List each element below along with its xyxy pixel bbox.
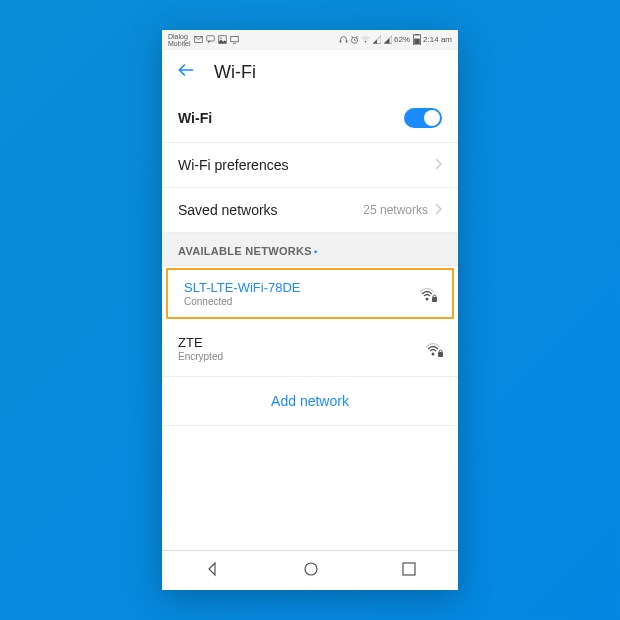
clock-time: 2:14 am <box>423 35 452 44</box>
svg-point-3 <box>220 37 222 39</box>
chevron-right-icon <box>434 202 442 218</box>
svg-point-13 <box>365 41 367 43</box>
carrier-label: Dialog Mobitel <box>168 33 191 47</box>
screen-icon <box>230 35 239 44</box>
page-title: Wi-Fi <box>214 62 256 83</box>
system-nav-bar <box>162 550 458 590</box>
back-arrow-icon[interactable] <box>176 60 196 84</box>
status-bar: Dialog Mobitel <box>162 30 458 50</box>
network-name: ZTE <box>178 335 223 350</box>
svg-line-12 <box>356 37 358 38</box>
wifi-preferences-row[interactable]: Wi-Fi preferences <box>162 143 458 188</box>
network-status: Connected <box>184 296 301 307</box>
svg-point-19 <box>432 352 435 355</box>
headset-icon <box>339 35 348 44</box>
battery-icon <box>412 35 421 44</box>
phone-screen: Dialog Mobitel <box>162 30 458 590</box>
signal-icon-1 <box>372 35 381 44</box>
wifi-status-icon <box>361 35 370 44</box>
svg-rect-16 <box>414 39 420 45</box>
signal-icon-2 <box>383 35 392 44</box>
nav-home-icon[interactable] <box>303 561 319 581</box>
mail-icon <box>194 35 203 44</box>
network-row-connected[interactable]: SLT-LTE-WiFi-78DE Connected <box>168 270 452 317</box>
status-right: 62% 2:14 am <box>339 35 452 44</box>
svg-rect-20 <box>438 352 443 357</box>
svg-rect-22 <box>403 563 415 575</box>
nav-back-icon[interactable] <box>204 561 220 581</box>
preferences-label: Wi-Fi preferences <box>178 157 288 173</box>
app-bar: Wi-Fi <box>162 50 458 94</box>
network-name: SLT-LTE-WiFi-78DE <box>184 280 301 295</box>
wifi-toggle-row[interactable]: Wi-Fi <box>162 94 458 143</box>
wifi-signal-lock-icon <box>418 287 436 301</box>
network-status: Encrypted <box>178 351 223 362</box>
chevron-right-icon <box>434 157 442 173</box>
svg-point-21 <box>305 563 317 575</box>
available-networks-header: AVAILABLE NETWORKS• <box>162 233 458 266</box>
svg-rect-1 <box>206 36 214 41</box>
refresh-indicator-icon: • <box>314 247 317 257</box>
image-icon <box>218 35 227 44</box>
chat-icon <box>206 35 215 44</box>
wifi-signal-lock-icon <box>424 342 442 356</box>
svg-rect-4 <box>230 37 238 42</box>
saved-networks-label: Saved networks <box>178 202 278 218</box>
nav-recent-icon[interactable] <box>402 562 416 580</box>
saved-networks-count: 25 networks <box>363 203 428 217</box>
svg-rect-15 <box>415 34 419 35</box>
svg-point-17 <box>426 297 429 300</box>
svg-rect-7 <box>346 40 348 42</box>
status-left: Dialog Mobitel <box>168 33 239 47</box>
add-network-button[interactable]: Add network <box>162 377 458 426</box>
wifi-toggle-label: Wi-Fi <box>178 110 212 126</box>
svg-rect-18 <box>432 297 437 302</box>
highlighted-network-box: SLT-LTE-WiFi-78DE Connected <box>166 268 454 319</box>
battery-percent: 62% <box>394 35 410 44</box>
alarm-icon <box>350 35 359 44</box>
wifi-toggle-switch[interactable] <box>404 108 442 128</box>
network-row[interactable]: ZTE Encrypted <box>162 321 458 376</box>
svg-line-11 <box>352 37 354 38</box>
svg-rect-6 <box>340 40 342 42</box>
saved-networks-row[interactable]: Saved networks 25 networks <box>162 188 458 233</box>
add-network-label: Add network <box>271 393 349 409</box>
section-title: AVAILABLE NETWORKS <box>178 245 312 257</box>
